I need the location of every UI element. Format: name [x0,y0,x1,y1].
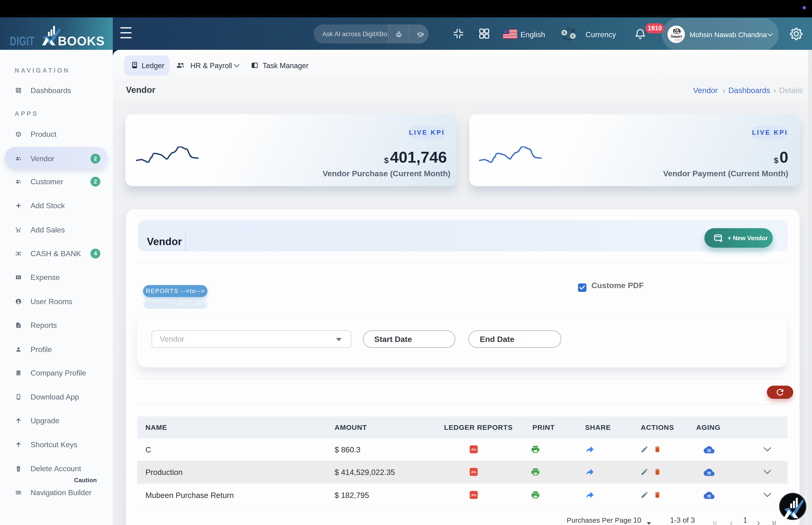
svg-text:€: € [572,34,574,38]
svg-text:$: $ [17,276,18,279]
svg-text:JPG: JPG [471,471,476,474]
svg-text:Fashion: Fashion [675,39,682,41]
svg-text:JPG: JPG [471,448,476,451]
svg-text:Smart: Smart [671,34,682,39]
svg-text:$: $ [563,31,566,34]
svg-text:JPG: JPG [471,494,476,497]
